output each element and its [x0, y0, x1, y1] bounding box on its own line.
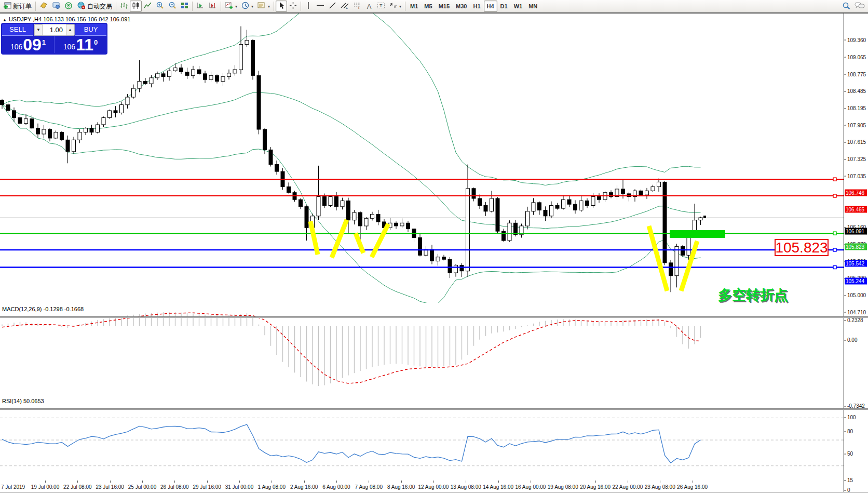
main-chart-pane[interactable] — [0, 14, 844, 303]
symbol-info-bar: ▲USDJPY-,H4 106.133 106.156 106.042 106.… — [3, 16, 130, 22]
periods-button[interactable]: ▾ — [239, 1, 255, 12]
text-label-tool[interactable]: T — [375, 1, 387, 12]
level-price-callout[interactable]: 105.823 — [775, 239, 829, 256]
timeframe-button-h4[interactable]: H4 — [484, 1, 497, 12]
axis-tick-label: 108.195 — [847, 105, 866, 111]
one-click-trade-panel: SELL ▼ 1.00 ▲ BUY 106091 106110 — [1, 23, 107, 55]
time-axis-label: 8 Aug 16:00 — [387, 484, 415, 490]
chat-button[interactable] — [852, 1, 867, 12]
indicators-button[interactable]: ▾ — [223, 1, 239, 12]
buy-price[interactable]: 106110 — [55, 36, 106, 53]
time-axis-tick — [595, 481, 596, 483]
volume-increase-button[interactable]: ▲ — [66, 24, 74, 35]
vertical-line-tool[interactable] — [303, 1, 314, 12]
fibonacci-tool[interactable]: F — [351, 1, 363, 12]
channel-tool[interactable]: E — [338, 1, 351, 12]
navigator-button[interactable] — [62, 1, 75, 12]
line-price-label: 105.244 — [845, 277, 867, 284]
axis-tick-label: 80 — [847, 429, 853, 434]
axis-tick-label: -0.7342 — [847, 403, 865, 409]
time-axis-tick — [239, 481, 240, 483]
separator — [221, 2, 221, 11]
tag-icon — [39, 2, 48, 11]
bar-chart-button[interactable] — [118, 1, 130, 12]
time-axis-label: 7 Jul 2019 — [1, 484, 25, 490]
templates-button[interactable]: ▾ — [255, 1, 272, 12]
pane-separator[interactable] — [0, 316, 868, 318]
timeframe-button-w1[interactable]: W1 — [511, 1, 526, 12]
axis-tick-label: 108.775 — [847, 71, 866, 77]
buy-button[interactable]: BUY — [75, 24, 106, 36]
volume-input[interactable]: 1.00 — [43, 24, 66, 35]
time-axis-tick — [207, 481, 208, 483]
chart-shift-button[interactable] — [207, 1, 219, 12]
sell-price-pips: 09 — [23, 37, 42, 52]
axis-tick-label: 109.065 — [847, 54, 866, 60]
market-watch-button[interactable] — [50, 1, 62, 12]
template-icon — [257, 2, 266, 11]
sell-price-big-figure: 106 — [10, 43, 22, 52]
zoom-in-button[interactable] — [154, 1, 166, 12]
sell-button[interactable]: SELL — [2, 24, 33, 36]
time-axis[interactable]: 7 Jul 201919 Jul 00:0022 Jul 08:0023 Jul… — [0, 481, 868, 493]
sell-price[interactable]: 106091 — [2, 36, 54, 53]
timeframe-button-h1[interactable]: H1 — [470, 1, 483, 12]
autotrading-button[interactable]: 自动交易 — [75, 1, 114, 12]
chat-icon — [855, 2, 865, 11]
timeframe-button-m30[interactable]: M30 — [453, 1, 470, 12]
search-icon — [842, 2, 850, 11]
price-axis[interactable]: 109.360109.065108.775108.485108.195107.9… — [844, 14, 868, 493]
text-label-icon: T — [377, 2, 385, 11]
auto-scroll-button[interactable] — [194, 1, 207, 12]
volume-decrease-button[interactable]: ▼ — [34, 24, 43, 35]
time-axis-tick — [660, 481, 660, 483]
time-axis-label: 1 Aug 08:00 — [258, 484, 286, 490]
timeframe-button-d1[interactable]: D1 — [497, 1, 511, 12]
dropdown-caret: ▾ — [399, 4, 401, 9]
time-axis-label: 26 Jul 08:00 — [160, 484, 189, 490]
line-price-label: 106.091 — [845, 228, 867, 235]
zoom-out-button[interactable] — [166, 1, 179, 12]
timeframe-button-mn[interactable]: MN — [525, 1, 540, 12]
candlestick-button[interactable] — [130, 1, 142, 12]
search-button[interactable] — [840, 1, 852, 12]
radar-icon — [64, 2, 73, 11]
macd-pane[interactable] — [0, 304, 844, 395]
turning-point-note[interactable]: 多空转折点 — [718, 286, 788, 304]
crosshair-button[interactable] — [287, 1, 299, 12]
arrows-icon — [389, 2, 397, 11]
timeframe-button-m5[interactable]: M5 — [421, 1, 435, 12]
collapse-arrow-icon[interactable]: ▲ — [3, 18, 7, 22]
time-axis-label: 16 Aug 00:00 — [515, 484, 546, 490]
cursor-button[interactable] — [276, 1, 287, 12]
new-order-button[interactable]: 新订单 — [1, 1, 34, 12]
line-price-label: 106.465 — [845, 206, 867, 212]
time-axis-label: 20 Aug 16:00 — [580, 484, 611, 490]
text-tool[interactable]: A — [363, 1, 375, 12]
chart-area[interactable]: ▲USDJPY-,H4 106.133 106.156 106.042 106.… — [0, 14, 844, 493]
macd-label: MACD(12,26,9) -0.1298 -0.1668 — [2, 306, 84, 312]
time-axis-label: 23 Aug 08:00 — [645, 484, 675, 490]
horizontal-line-tool[interactable] — [314, 1, 327, 12]
axis-tick-label: 105.000 — [847, 292, 866, 298]
separator — [116, 2, 116, 11]
axis-tick-label: 109.360 — [847, 37, 866, 43]
time-axis-label: 19 Jul 00:00 — [31, 484, 60, 490]
time-axis-tick — [466, 481, 466, 483]
axis-tick-label: 107.035 — [847, 173, 866, 179]
pane-separator[interactable] — [0, 408, 868, 410]
timeframe-button-m1[interactable]: M1 — [407, 1, 421, 12]
separator — [301, 2, 301, 11]
arrows-tool[interactable]: ▾ — [387, 1, 403, 12]
time-axis-tick — [174, 481, 175, 483]
crosshair-icon — [289, 2, 297, 11]
tile-windows-button[interactable] — [179, 1, 191, 12]
trendline-tool[interactable] — [327, 1, 338, 12]
symbols-button[interactable] — [37, 1, 50, 12]
axis-tick-label: 104.710 — [847, 309, 866, 315]
line-chart-icon — [144, 2, 152, 11]
timeframe-button-m15[interactable]: M15 — [436, 1, 453, 12]
time-axis-tick — [628, 481, 628, 483]
line-chart-button[interactable] — [142, 1, 154, 12]
indicators-icon — [225, 2, 233, 11]
